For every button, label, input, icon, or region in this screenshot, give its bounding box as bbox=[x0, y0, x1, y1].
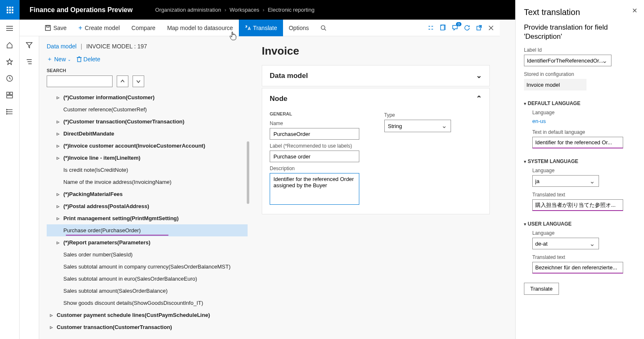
close-panel-icon[interactable]: ✕ bbox=[632, 7, 637, 15]
breadcrumb-item[interactable]: Workspaces bbox=[230, 7, 259, 13]
translate-button[interactable]: Translate bbox=[239, 20, 283, 20]
translation-title: Text translation bbox=[524, 8, 636, 17]
svg-rect-1 bbox=[9, 7, 11, 8]
svg-rect-2 bbox=[12, 7, 13, 8]
compare-button[interactable]: Compare bbox=[125, 20, 161, 20]
svg-rect-7 bbox=[9, 12, 11, 13]
app-launcher-button[interactable] bbox=[0, 0, 20, 20]
map-model-button[interactable]: Map model to datasource bbox=[161, 20, 239, 20]
svg-rect-3 bbox=[7, 9, 8, 11]
options-button[interactable]: Options bbox=[283, 20, 315, 20]
breadcrumb-item[interactable]: Organization administration bbox=[155, 7, 221, 13]
svg-rect-8 bbox=[12, 12, 13, 13]
breadcrumb: Organization administration › Workspaces… bbox=[143, 7, 314, 13]
create-model-button[interactable]: + Create model bbox=[73, 20, 125, 20]
chevron-right-icon: › bbox=[224, 7, 226, 13]
breadcrumb-item[interactable]: Electronic reporting bbox=[268, 7, 314, 13]
svg-rect-0 bbox=[7, 7, 8, 8]
chevron-right-icon: › bbox=[263, 7, 264, 13]
search-action-button[interactable] bbox=[315, 20, 332, 20]
svg-rect-6 bbox=[7, 12, 8, 13]
svg-rect-5 bbox=[12, 9, 13, 11]
app-title: Finance and Operations Preview bbox=[20, 6, 143, 14]
save-button[interactable]: Save bbox=[39, 20, 73, 20]
translation-panel: ✕ Text translation Provide translation f… bbox=[515, 0, 644, 20]
svg-rect-4 bbox=[9, 9, 11, 11]
